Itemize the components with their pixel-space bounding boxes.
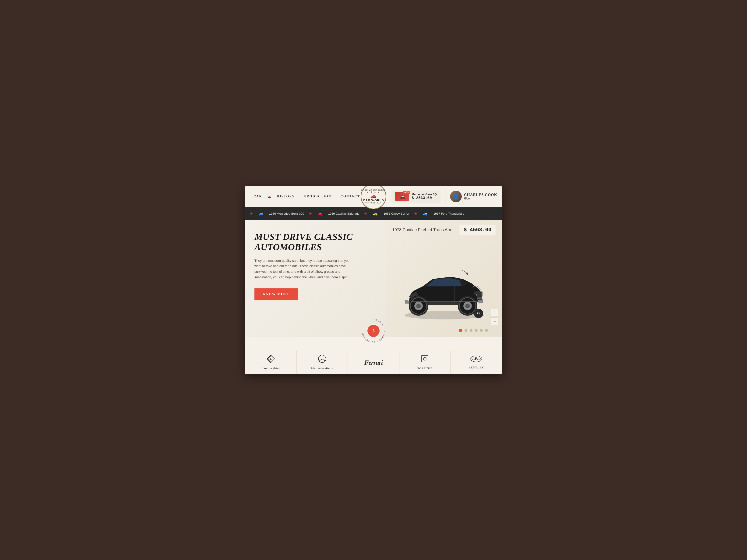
next-arrow[interactable]: →	[491, 309, 498, 316]
featured-car-thumb: 🚗 NEW	[395, 192, 409, 201]
logo-brand: CAR WORLD	[363, 198, 384, 202]
featured-car-name: Mercedes-Benz 3Q	[412, 193, 437, 196]
brand-bentley[interactable]: B BENTLEY	[451, 351, 502, 374]
nav-contact[interactable]: CONTACT	[337, 193, 364, 200]
rotate-icon[interactable]: ⟳	[474, 309, 483, 318]
svg-point-5	[465, 303, 470, 308]
ticker-label-4: 1957 Ford Thunderbird	[434, 212, 465, 215]
featured-car-info: Mercedes-Benz 3Q $ 2563.00	[412, 193, 437, 200]
ticker-item-4: ✳ 🚙 1957 Ford Thunderbird	[414, 210, 465, 217]
rider-details: CHARLES COOK Rider	[464, 193, 497, 200]
ticker-car-img-4: 🚙	[419, 210, 431, 217]
main-content: MUST DRIVE CLASSIC AUTOMOBILES They are …	[245, 220, 502, 337]
dot-6[interactable]	[485, 329, 488, 332]
porsche-logo	[421, 355, 429, 365]
ticker-star-2: ✳	[309, 211, 312, 216]
ticker-label-3: 1955 Chevy Bel Air	[384, 212, 409, 215]
mercedes-name: Mercedes-Benz	[311, 367, 333, 370]
dot-2[interactable]	[465, 329, 467, 332]
header: CAR 🚗 HISTORY PRODUCTION CONTACT PREMIUM…	[245, 186, 502, 207]
rider-title: Rider	[464, 197, 497, 200]
car-price: $ 4563.00	[459, 225, 496, 235]
ferrari-logo: Ferrari	[364, 359, 383, 366]
car-title: 1978 Pontiac Firebird Trans Am	[392, 228, 451, 232]
brand-lamborghini[interactable]: L Lamborghini	[245, 351, 297, 374]
ticker-item-3: ✳ 🚕 1955 Chevy Bel Air	[364, 210, 409, 217]
ticker-car-img-2: 🚗	[314, 210, 326, 217]
nav-production[interactable]: PRODUCTION	[301, 193, 335, 200]
new-badge: NEW	[403, 191, 410, 194]
logo-stars: ★ ★ ★ ★	[367, 191, 380, 193]
ticker-label-1: 1956 Merceded-Benz 300	[269, 212, 304, 215]
ticker-star-1: ✳	[250, 211, 253, 216]
page-wrapper: CAR 🚗 HISTORY PRODUCTION CONTACT PREMIUM…	[245, 186, 502, 374]
know-more-button[interactable]: KNOW MORE	[254, 288, 298, 300]
car-showcase: ⟳	[386, 240, 502, 337]
header-right: 🚗 NEW Mercedes-Benz 3Q $ 2563.00 👤 CHARL…	[391, 189, 497, 204]
svg-point-9	[416, 303, 421, 308]
nav-history[interactable]: HISTORY	[273, 193, 299, 200]
lamborghini-name: Lamborghini	[261, 367, 280, 370]
ticker-item-2: ✳ 🚗 1959 Cadillac Eldorado	[309, 210, 360, 217]
brands-bar: L Lamborghini Mercedes-Benz Ferrari	[245, 351, 502, 374]
dot-1[interactable]	[459, 329, 462, 332]
svg-line-26	[322, 359, 326, 361]
brand-porsche[interactable]: PORSCHE	[400, 351, 451, 374]
dot-3[interactable]	[470, 329, 472, 332]
ticker-star-4: ✳	[414, 211, 417, 216]
ticker-car-img-1: 🚙	[255, 210, 267, 217]
svg-line-25	[319, 359, 322, 361]
ticker-star-3: ✳	[364, 211, 367, 216]
brand-ferrari[interactable]: Ferrari	[348, 351, 399, 374]
hero-right: 1978 Pontiac Firebird Trans Am $ 4563.00	[386, 220, 502, 337]
car-detail-header: 1978 Pontiac Firebird Trans Am $ 4563.00	[386, 220, 502, 240]
ticker-label-2: 1959 Cadillac Eldorado	[328, 212, 360, 215]
dot-4[interactable]	[475, 329, 478, 332]
porsche-name: PORSCHE	[417, 367, 433, 370]
featured-car-price: $ 2563.00	[412, 196, 437, 200]
svg-text:L: L	[270, 357, 272, 361]
featured-car-widget[interactable]: 🚗 NEW Mercedes-Benz 3Q $ 2563.00	[391, 190, 440, 203]
avatar: 👤	[450, 191, 462, 202]
nav-car[interactable]: CAR	[250, 193, 266, 200]
slide-nav-arrows: → ←	[491, 309, 498, 325]
hero-headline: MUST DRIVE CLASSIC AUTOMOBILES	[254, 232, 377, 252]
ticker-car-img-3: 🚕	[369, 210, 381, 217]
logo-premium-text: PREMIUM IMPORTED	[361, 189, 386, 191]
car-nav-icon: 🚗	[267, 195, 271, 198]
scroll-section: SCROLL FOR MORE COLLECTION ⇕	[361, 318, 386, 344]
logo-car-icon: 🚗	[371, 193, 376, 198]
rider-name: CHARLES COOK	[464, 193, 497, 197]
dot-5[interactable]	[480, 329, 483, 332]
header-divider	[445, 189, 445, 204]
rider-info: 👤 CHARLES COOK Rider	[450, 191, 497, 202]
ticker-item-1: ✳ 🚙 1956 Merceded-Benz 300	[250, 210, 304, 217]
scroll-button[interactable]: ⇕	[366, 324, 381, 338]
bentley-name: BENTLEY	[468, 366, 484, 369]
brand-mercedes[interactable]: Mercedes-Benz	[297, 351, 348, 374]
hero-description: They are museum-quality cars, but they a…	[254, 258, 355, 280]
logo-subtitle: VINTAGE CAR	[365, 202, 382, 204]
mercedes-logo	[318, 355, 326, 365]
prev-arrow[interactable]: ←	[491, 318, 498, 325]
lamborghini-logo: L	[266, 355, 275, 365]
bentley-logo: B	[470, 355, 482, 364]
dots-navigation	[459, 329, 488, 332]
logo[interactable]: PREMIUM IMPORTED ★ ★ ★ ★ 🚗 CAR WORLD VIN…	[361, 186, 386, 209]
